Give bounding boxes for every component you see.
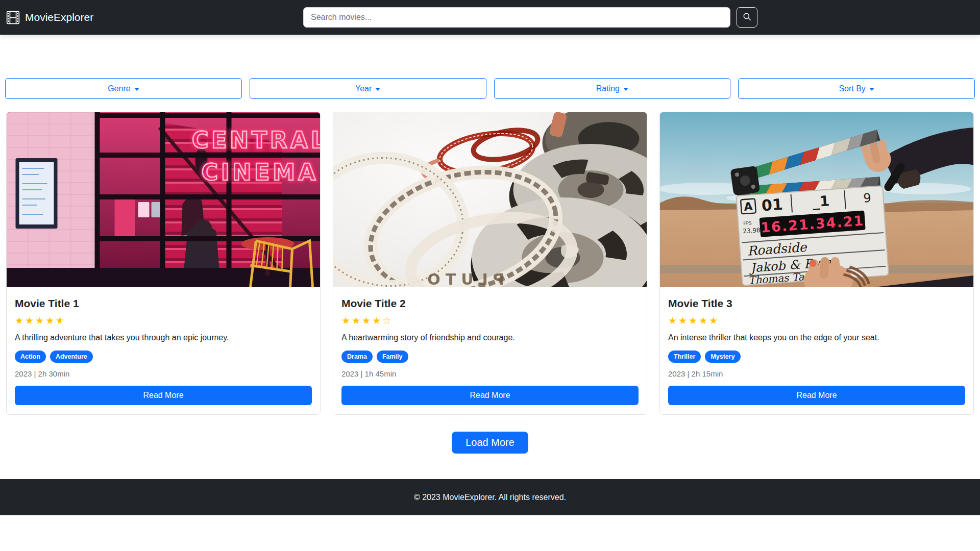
svg-text:01: 01: [761, 195, 783, 215]
svg-text:_1: _1: [812, 192, 830, 210]
star-icon: ★: [35, 315, 45, 327]
star-icon: ★: [678, 315, 689, 327]
search-button[interactable]: [737, 7, 757, 28]
movie-card-1: CENTRAL CINEMA CENTRAL CINEMA: [6, 112, 321, 415]
star-icon: ★: [709, 315, 719, 327]
caret-down-icon: [375, 88, 380, 91]
movie-meta: 2023 | 2h 30min: [15, 369, 312, 378]
svg-text:CINEMA: CINEMA: [202, 159, 318, 185]
search-form: [303, 7, 757, 28]
star-icon: ★: [25, 315, 35, 327]
filter-rating-dropdown[interactable]: Rating: [494, 78, 731, 99]
film-strip-text: PLUTO: [422, 270, 504, 287]
movie-title: Movie Title 3: [668, 297, 965, 310]
navbar: MovieExplorer: [0, 0, 980, 35]
brand[interactable]: MovieExplorer: [6, 11, 93, 24]
filter-year-label: Year: [355, 84, 372, 93]
star-icon: ★: [362, 315, 372, 327]
genre-badge: Family: [377, 350, 408, 363]
genre-badge: Drama: [341, 350, 373, 363]
star-icon: ★: [341, 315, 352, 327]
copyright-text: © 2023 MovieExplorer. All rights reserve…: [414, 493, 566, 502]
genre-badge: Mystery: [705, 350, 740, 363]
load-more-section: Load More: [0, 432, 980, 454]
genre-badge: Thriller: [668, 350, 701, 363]
filter-sortby-label: Sort By: [839, 84, 865, 93]
caret-down-icon: [869, 88, 874, 91]
read-more-button[interactable]: Read More: [341, 386, 639, 405]
movie-meta: 2023 | 2h 15min: [668, 369, 965, 378]
movie-poster-image-3: A 01 _1 9 FPS 23.98 16.21.34.21 Roadside: [660, 112, 973, 287]
search-icon: [743, 12, 752, 23]
genre-badge: Action: [15, 350, 46, 363]
movie-title: Movie Title 2: [341, 297, 639, 310]
genre-badge: Adventure: [50, 350, 93, 363]
movie-description: A heartwarming story of friendship and c…: [341, 333, 639, 342]
star-icon: ☆★: [56, 315, 66, 327]
filter-year-dropdown[interactable]: Year: [250, 78, 486, 99]
film-icon: [6, 11, 20, 24]
star-icon: ★: [699, 315, 709, 327]
star-icon: ★: [352, 315, 362, 327]
filter-sortby-dropdown[interactable]: Sort By: [738, 78, 975, 99]
brand-title: MovieExplorer: [25, 11, 93, 23]
svg-text:FPS: FPS: [743, 220, 752, 226]
caret-down-icon: [623, 88, 628, 91]
movie-card-grid: CENTRAL CINEMA CENTRAL CINEMA: [6, 112, 974, 415]
footer: © 2023 MovieExplorer. All rights reserve…: [0, 479, 980, 515]
movie-poster-image-1: CENTRAL CINEMA CENTRAL CINEMA: [7, 112, 320, 287]
movie-title: Movie Title 1: [15, 297, 312, 310]
svg-text:A: A: [744, 200, 753, 213]
star-icon: ☆: [382, 315, 393, 327]
load-more-button[interactable]: Load More: [452, 432, 528, 454]
star-icon: ★: [45, 315, 56, 327]
genre-badges: Drama Family: [341, 350, 639, 363]
filter-genre-label: Genre: [108, 84, 130, 93]
movie-card-body: Movie Title 1 ★★★★☆★ A thrilling adventu…: [7, 287, 320, 414]
genre-badges: Thriller Mystery: [668, 350, 965, 363]
movie-poster-image-2: PLUTO: [333, 112, 647, 287]
genre-badges: Action Adventure: [15, 350, 312, 363]
star-rating: ★★★★★: [668, 315, 965, 327]
read-more-button[interactable]: Read More: [15, 386, 312, 405]
movie-card-2: PLUTO Movie Title 2 ★★★★☆ A heartwarming…: [333, 112, 647, 415]
movie-card-3: A 01 _1 9 FPS 23.98 16.21.34.21 Roadside: [659, 112, 974, 415]
filter-bar: Genre Year Rating Sort By: [5, 78, 975, 99]
movie-description: A thrilling adventure that takes you thr…: [15, 333, 312, 342]
star-icon: ★: [15, 315, 25, 327]
star-icon: ★: [689, 315, 699, 327]
svg-text:9: 9: [863, 191, 871, 206]
floor: [7, 268, 320, 287]
search-input[interactable]: [303, 7, 730, 28]
movie-card-body: Movie Title 3 ★★★★★ An intense thriller …: [660, 287, 973, 414]
star-icon: ★: [372, 315, 382, 327]
star-rating: ★★★★☆★: [15, 315, 312, 327]
filter-rating-label: Rating: [596, 84, 620, 93]
movie-card-body: Movie Title 2 ★★★★☆ A heartwarming story…: [333, 287, 647, 414]
clapper-hinge: [730, 166, 761, 196]
caret-down-icon: [134, 88, 139, 91]
svg-text:CENTRAL: CENTRAL: [192, 127, 320, 153]
svg-text:23.98: 23.98: [743, 227, 761, 235]
star-icon: ★: [668, 315, 678, 327]
star-rating: ★★★★☆: [341, 315, 639, 327]
movie-meta: 2023 | 1h 45min: [341, 369, 639, 378]
movie-description: An intense thriller that keeps you on th…: [668, 333, 965, 342]
read-more-button[interactable]: Read More: [668, 386, 965, 405]
poster-case: [16, 158, 58, 229]
filter-genre-dropdown[interactable]: Genre: [5, 78, 242, 99]
